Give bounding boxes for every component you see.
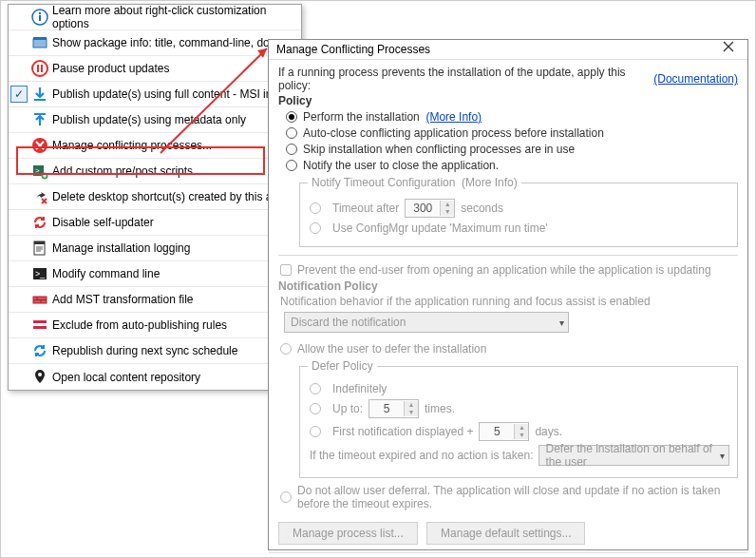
delete-icon xyxy=(31,188,48,205)
menu-item-learn-more[interactable]: Learn more about right-click customizati… xyxy=(9,5,301,30)
days-label: days. xyxy=(535,425,562,438)
timeout-input xyxy=(406,200,440,217)
menu-item-publish-full[interactable]: ✓ Publish update(s) using full content -… xyxy=(9,82,301,107)
radio-icon xyxy=(286,160,297,171)
svg-rect-4 xyxy=(33,37,47,40)
spin-down-icon: ▼ xyxy=(515,432,528,439)
upload-icon xyxy=(31,111,48,128)
chevron-down-icon: ▾ xyxy=(559,317,564,328)
svg-rect-15 xyxy=(34,241,45,244)
radio-label: Skip installation when conflicting proce… xyxy=(303,143,575,156)
context-menu: Learn more about right-click customizati… xyxy=(8,4,302,391)
defer-policy-fieldset: Defer Policy Indefinitely Up to: ▲▼ time… xyxy=(299,359,738,478)
radio-icon xyxy=(310,403,321,414)
more-info-link[interactable]: (More Info) xyxy=(425,110,482,124)
svg-text:>_: >_ xyxy=(35,269,46,279)
radio-icon xyxy=(310,383,321,394)
spin-down-icon: ▼ xyxy=(441,208,454,216)
defer-days-spinner: ▲▼ xyxy=(479,422,529,441)
menu-label: Add MST transformation file xyxy=(52,293,194,306)
svg-rect-6 xyxy=(37,65,39,72)
menu-item-republish[interactable]: Republish during next sync schedule xyxy=(9,338,301,364)
menu-label: Publish update(s) using metadata only xyxy=(52,113,246,126)
menu-label: Learn more about right-click customizati… xyxy=(52,4,295,30)
stop-icon xyxy=(31,137,48,154)
radio-icon xyxy=(310,222,321,234)
fieldset-legend: Defer Policy xyxy=(308,359,377,373)
menu-item-publish-metadata[interactable]: Publish update(s) using metadata only xyxy=(9,107,301,133)
policy-autoclose-radio[interactable]: Auto-close conflicting application proce… xyxy=(286,126,738,140)
defer-days-input xyxy=(480,423,514,440)
use-configmgr-radio: Use ConfigMgr update 'Maximum run time' xyxy=(310,221,729,235)
defer-timeout-row: If the timeout expired and no action is … xyxy=(310,445,729,466)
radio-label: First notification displayed + xyxy=(332,425,473,438)
defer-timeout-label: If the timeout expired and no action is … xyxy=(310,449,533,462)
documentation-link[interactable]: (Documentation) xyxy=(653,72,738,86)
radio-icon xyxy=(310,426,321,437)
manage-default-settings-button: Manage default settings... xyxy=(426,522,585,545)
spin-up-icon: ▲ xyxy=(441,201,454,208)
menu-item-add-scripts[interactable]: >_ Add custom pre/post scripts xyxy=(9,159,301,184)
menu-item-disable-updater[interactable]: Disable self-updater xyxy=(9,210,301,236)
menu-label: Publish update(s) using full content - M… xyxy=(52,87,272,101)
menu-item-open-repo[interactable]: Open local content repository xyxy=(9,364,301,390)
close-button[interactable] xyxy=(717,40,740,59)
svg-point-1 xyxy=(39,12,41,14)
policy-notify-radio[interactable]: Notify the user to close the application… xyxy=(286,159,738,172)
menu-label: Exclude from auto-publishing rules xyxy=(52,318,227,332)
dialog-titlebar: Manage Conflicting Processes xyxy=(269,40,747,60)
checkbox-label: Prevent the end-user from opening an app… xyxy=(297,263,711,277)
sync-icon xyxy=(31,342,48,359)
info-icon xyxy=(31,9,48,26)
manage-process-list-button: Manage process list... xyxy=(278,522,418,545)
notification-dropdown: Discard the notification ▾ xyxy=(284,312,569,333)
menu-item-exclude[interactable]: Exclude from auto-publishing rules xyxy=(9,313,301,338)
no-defer-radio: Do not allow user deferral. The applicat… xyxy=(280,484,738,510)
notification-policy-heading: Notification Policy xyxy=(278,279,738,293)
dropdown-text: Defer the installation on behalf of the … xyxy=(545,442,720,469)
menu-item-package-info[interactable]: Show package info: title, command-line, … xyxy=(9,30,301,56)
radio-label: Allow the user to defer the installation xyxy=(297,342,486,356)
radio-label: Do not allow user deferral. The applicat… xyxy=(297,484,738,510)
menu-item-modify-cmdline[interactable]: >_ Modify command line xyxy=(9,261,301,287)
radio-label: Notify the user to close the application… xyxy=(303,159,499,172)
package-icon xyxy=(31,34,48,51)
menu-label: Disable self-updater xyxy=(52,216,154,229)
manage-conflicting-dialog: Manage Conflicting Processes If a runnin… xyxy=(268,39,748,550)
svg-point-5 xyxy=(32,61,47,76)
radio-icon xyxy=(286,144,297,155)
checkbox-icon xyxy=(280,264,292,276)
radio-label: Timeout after xyxy=(332,202,399,215)
menu-label: Republish during next sync schedule xyxy=(52,344,237,357)
menu-label: Open local content repository xyxy=(52,371,200,384)
pause-icon xyxy=(31,60,48,77)
radio-label: Perform the installation xyxy=(303,110,420,124)
radio-label: Indefinitely xyxy=(332,382,387,395)
menu-label: Pause product updates xyxy=(52,62,169,75)
radio-label: Auto-close conflicting application proce… xyxy=(303,126,604,140)
legend-text: Notify Timeout Configuration xyxy=(312,176,455,189)
defer-indefinitely-radio: Indefinitely xyxy=(310,382,729,395)
radio-icon xyxy=(280,343,292,355)
radio-icon xyxy=(310,202,321,214)
menu-item-delete-shortcut[interactable]: Delete desktop shortcut(s) created by th… xyxy=(9,184,301,210)
defer-firstnotify-radio: First notification displayed + ▲▼ days. xyxy=(310,422,729,441)
menu-item-pause[interactable]: Pause product updates xyxy=(9,56,301,82)
chevron-down-icon: ▾ xyxy=(720,451,725,461)
svg-rect-7 xyxy=(41,65,43,72)
svg-rect-3 xyxy=(33,39,47,48)
fieldset-legend: Notify Timeout Configuration (More Info) xyxy=(308,176,521,189)
radio-label: Use ConfigMgr update 'Maximum run time' xyxy=(332,221,548,235)
defer-upto-input xyxy=(369,400,404,417)
dialog-title: Manage Conflicting Processes xyxy=(276,43,717,56)
menu-label: Add custom pre/post scripts xyxy=(52,164,193,178)
policy-skip-radio[interactable]: Skip installation when conflicting proce… xyxy=(286,143,738,156)
notification-behavior-text: Notification behavior if the application… xyxy=(280,295,738,308)
menu-item-manage-conflicting[interactable]: Manage conflicting processes... xyxy=(9,133,301,159)
download-icon xyxy=(31,86,48,103)
times-label: times. xyxy=(425,402,455,415)
menu-item-add-mst[interactable]: Add MST transformation file xyxy=(9,287,301,313)
menu-item-logging[interactable]: Manage installation logging xyxy=(9,236,301,261)
policy-perform-radio[interactable]: Perform the installation (More Info) xyxy=(286,110,738,124)
refresh-off-icon xyxy=(31,214,48,231)
